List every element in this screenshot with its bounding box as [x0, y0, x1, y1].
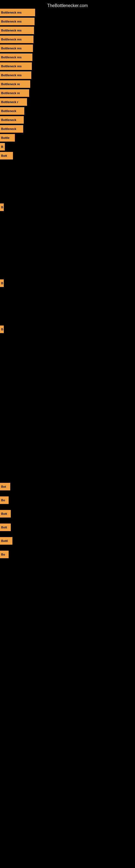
bar-item: Bottleneck — [0, 116, 24, 124]
bar-item: B — [0, 204, 4, 211]
bar-item: Bo — [0, 496, 9, 504]
bar-item: Bottleneck re — [0, 80, 30, 88]
bar-item: Bottleneck res — [0, 27, 34, 34]
bar-item: Bottleneck re — [0, 89, 29, 97]
bar-item: Bottl — [0, 537, 12, 545]
bar-item: Bottleneck res — [0, 18, 35, 25]
bar-item: Bott — [0, 152, 13, 159]
bar-item: Bo — [0, 551, 9, 558]
bar-item: Bottleneck res — [0, 44, 33, 52]
bar-item: B — [0, 326, 4, 333]
bar-item: Bottleneck res — [0, 9, 35, 16]
bar-item: B — [0, 279, 4, 287]
bar-item: Bottleneck res — [0, 62, 32, 70]
bar-item: Bottle — [0, 134, 15, 142]
bar-item: Bottleneck res — [0, 35, 34, 43]
bar-item: Bottleneck res — [0, 71, 31, 79]
bar-item: Bot — [0, 483, 10, 490]
bar-item: Bott — [0, 524, 11, 531]
bar-item: Bottleneck — [0, 107, 24, 115]
bar-item: Bott — [0, 510, 11, 518]
bar-item: Bottleneck res — [0, 54, 32, 61]
bar-item: B — [0, 143, 5, 151]
bar-item: Bottleneck — [0, 125, 23, 133]
bar-item: Bottleneck r — [0, 98, 27, 106]
